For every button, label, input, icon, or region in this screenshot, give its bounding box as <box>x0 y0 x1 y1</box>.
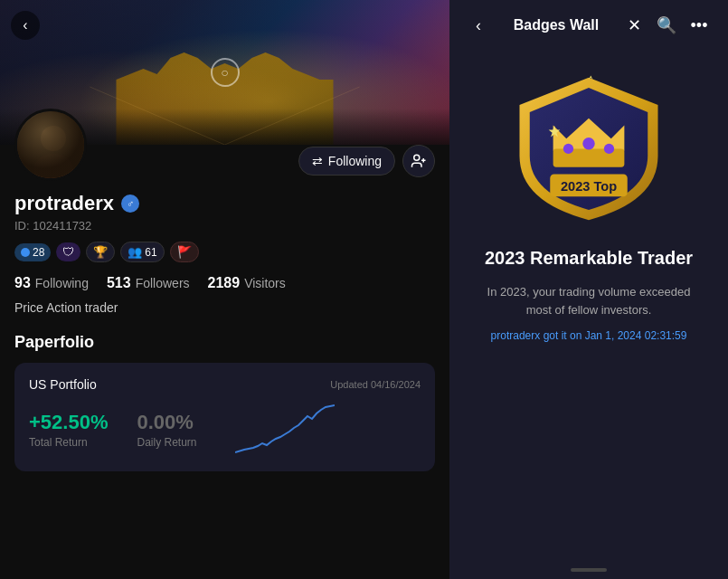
search-button[interactable]: 🔍 <box>652 11 681 40</box>
close-button[interactable]: ✕ <box>619 11 648 40</box>
header-actions: ✕ 🔍 ••• <box>619 11 714 40</box>
badge-trophy[interactable]: 🏆 <box>86 242 115 262</box>
crown-badge-container: 2023 Top <box>507 69 670 226</box>
badges-content: 2023 Top 2023 Remarkable Trader In 2023,… <box>449 51 728 579</box>
stat-following[interactable]: 93 Following <box>14 275 89 291</box>
username-row: protraderx ♂ <box>14 192 435 215</box>
right-panel: ‹ Badges Wall ✕ 🔍 ••• <box>449 0 728 579</box>
badge-title: 2023 Remarkable Trader <box>485 248 693 269</box>
crown-badge-svg: 2023 Top <box>507 69 670 223</box>
stat-visitors[interactable]: 2189 Visitors <box>208 275 286 291</box>
followers-label: Followers <box>136 276 190 290</box>
portfolio-card[interactable]: US Portfolio Updated 04/16/2024 +52.50% … <box>14 363 435 471</box>
total-return-value: +52.50% <box>29 411 108 434</box>
badge-dot-blue <box>21 248 30 257</box>
svg-point-11 <box>604 144 614 154</box>
badge-description: In 2023, your trading volume exceeded mo… <box>468 283 710 318</box>
search-center-icon: ○ <box>211 58 240 87</box>
svg-point-9 <box>563 144 573 154</box>
scroll-indicator <box>571 568 607 572</box>
avatar-svg <box>17 111 87 181</box>
svg-rect-8 <box>553 148 625 166</box>
svg-point-3 <box>41 126 66 151</box>
user-id: ID: 102411732 <box>14 219 435 233</box>
trophy-icon: 🏆 <box>93 245 108 259</box>
following-label-stat: Following <box>35 276 89 290</box>
badge-flag[interactable]: 🚩 <box>170 242 199 262</box>
followers-count: 513 <box>107 275 131 291</box>
recipient-name: protraderx <box>491 329 541 342</box>
back-button-right[interactable]: ‹ <box>464 11 493 40</box>
badge-shield[interactable]: 🛡 <box>56 242 80 261</box>
daily-return-metric: 0.00% Daily Return <box>137 411 196 449</box>
stat-followers[interactable]: 513 Followers <box>107 275 190 291</box>
svg-point-5 <box>414 155 420 160</box>
portfolio-header: US Portfolio Updated 04/16/2024 <box>29 377 421 392</box>
badge-group-count: 61 <box>145 246 156 259</box>
avatar <box>14 109 87 181</box>
left-panel: ‹ ○ ⇄ Following <box>0 0 449 579</box>
profile-section: ⇄ Following protraderx ♂ ID: 10 <box>0 109 449 471</box>
badges-wall-title: Badges Wall <box>493 17 619 33</box>
group-icon: 👥 <box>128 245 142 259</box>
badge-drops[interactable]: 28 <box>14 243 51 261</box>
total-return-metric: +52.50% Total Return <box>29 411 108 449</box>
badges-header: ‹ Badges Wall ✕ 🔍 ••• <box>449 0 728 51</box>
daily-return-label: Daily Return <box>137 436 196 449</box>
badges-row: 28 🛡 🏆 👥 61 🚩 <box>14 242 435 262</box>
add-follow-button[interactable] <box>402 145 435 177</box>
visitors-label: Visitors <box>244 276 286 290</box>
following-button[interactable]: ⇄ Following <box>298 147 395 176</box>
daily-return-value: 0.00% <box>137 411 196 434</box>
visitors-count: 2189 <box>208 275 241 291</box>
paperfolio-title: Paperfolio <box>14 333 435 352</box>
chart-svg <box>235 403 335 457</box>
back-button[interactable]: ‹ <box>11 11 40 40</box>
badge-drops-count: 28 <box>33 246 44 259</box>
svg-point-2 <box>17 111 87 181</box>
username: protraderx <box>14 192 114 215</box>
badge-recipient: protraderx got it on Jan 1, 2024 02:31:5… <box>491 329 687 342</box>
shield-icon: 🛡 <box>62 245 74 259</box>
gender-icon: ♂ <box>121 195 139 213</box>
badge-group[interactable]: 👥 61 <box>120 242 164 262</box>
following-count: 93 <box>14 275 31 291</box>
svg-text:2023 Top: 2023 Top <box>561 179 617 194</box>
following-label: Following <box>328 154 382 168</box>
action-buttons: ⇄ Following <box>298 145 435 181</box>
portfolio-chart <box>235 403 421 457</box>
portfolio-name: US Portfolio <box>29 377 97 392</box>
avatar-row: ⇄ Following <box>14 109 435 181</box>
add-person-icon <box>411 153 427 169</box>
recipient-suffix: got it on Jan 1, 2024 02:31:59 <box>544 329 687 342</box>
more-button[interactable]: ••• <box>685 11 714 40</box>
portfolio-metrics: +52.50% Total Return 0.00% Daily Return <box>29 403 421 457</box>
stats-row: 93 Following 513 Followers 2189 Visitors <box>14 275 435 291</box>
bio: Price Action trader <box>14 300 435 315</box>
svg-point-10 <box>582 138 595 150</box>
portfolio-updated: Updated 04/16/2024 <box>330 379 421 390</box>
total-return-label: Total Return <box>29 436 108 449</box>
svg-point-4 <box>33 154 73 181</box>
flag-icon: 🚩 <box>177 245 192 259</box>
